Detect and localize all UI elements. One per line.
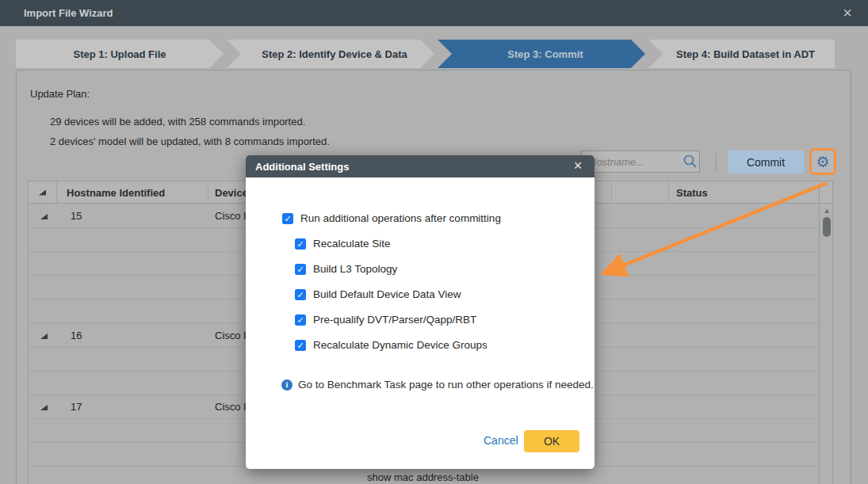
table-scrollbar[interactable]: ▲ [820,204,833,484]
recalculate-site-checkbox[interactable]: ✓ [295,238,306,250]
row-hostname: 17 [71,401,82,413]
recalculate-dynamic-device-groups-checkbox[interactable]: ✓ [295,340,306,351]
header-device-label: Device [215,187,248,199]
update-plan-line-updated: 2 devices' model will be updated, with 8… [50,135,330,147]
window-titlebar: Import File Wizard × [0,0,868,26]
build-default-device-data-view-label: Build Default Device Data View [313,288,461,300]
benchmark-info-text: Go to Benchmark Task page to run other o… [298,379,594,391]
dialog-title: Additional Settings [255,161,349,173]
run-additional-operations-label: Run additional operations after committi… [300,212,501,224]
step-4-label: Step 4: Build Dataset in ADT [676,48,815,60]
window-close-icon[interactable]: × [838,4,857,23]
scrollbar-thumb[interactable] [823,217,831,237]
step-2-identify-device-data[interactable]: Step 2: Identify Device & Data [227,40,434,68]
step-1-upload-file[interactable]: Step 1: Upload File [16,40,224,68]
cancel-button[interactable]: Cancel [484,434,518,447]
run-additional-operations-checkbox[interactable]: ✓ [282,213,293,224]
pre-qualify-label: Pre-qualify DVT/Parser/Qapp/RBT [313,314,476,326]
checkbox-row-pre-qualify: ✓ Pre-qualify DVT/Parser/Qapp/RBT [295,314,476,326]
build-default-device-data-view-checkbox[interactable]: ✓ [295,289,306,300]
step-3-label: Step 3: Commit [507,48,583,60]
row-hostname: 16 [71,330,82,341]
step-3-commit[interactable]: Step 3: Commit [438,40,645,68]
collapse-triangle-icon [39,190,46,196]
header-collapse-all[interactable] [29,181,57,204]
hostname-search-box [581,151,700,173]
header-status[interactable]: Status [669,181,819,204]
update-plan-title: Update Plan: [30,88,90,100]
settings-gear-highlight: ⚙ [809,148,836,175]
step-4-build-dataset[interactable]: Step 4: Build Dataset in ADT [648,40,835,68]
row-hostname: 15 [71,210,82,222]
hostname-search-input[interactable] [582,156,682,168]
expand-triangle-icon[interactable] [40,405,48,410]
checkbox-row-build-default-device-data-view: ✓ Build Default Device Data View [295,288,461,300]
update-plan-line-added: 29 devices will be added, with 258 comma… [50,116,305,128]
dialog-header: Additional Settings × [246,155,595,177]
search-icon[interactable] [682,153,699,170]
build-l3-topology-checkbox[interactable]: ✓ [295,264,306,275]
import-file-wizard-window: Import File Wizard × Step 1: Upload File… [0,0,868,484]
checkbox-row-build-l3-topology: ✓ Build L3 Topology [295,263,397,275]
checkbox-row-recalculate-site: ✓ Recalculate Site [295,238,391,250]
commit-button[interactable]: Commit [728,151,804,173]
checkbox-row-run-additional-operations: ✓ Run additional operations after commit… [282,212,501,224]
toolbar-divider [716,152,717,172]
step-1-label: Step 1: Upload File [73,48,166,60]
scroll-up-icon[interactable]: ▲ [820,207,833,215]
header-status-label: Status [676,187,708,199]
table-row[interactable]: show mac address-table [29,467,821,484]
ok-button[interactable]: OK [524,430,579,452]
step-2-label: Step 2: Identify Device & Data [262,48,407,60]
checkbox-row-recalculate-dynamic-device-groups: ✓ Recalculate Dynamic Device Groups [295,339,488,351]
window-title: Import File Wizard [24,7,113,19]
info-icon: i [281,379,293,391]
recalculate-dynamic-device-groups-label: Recalculate Dynamic Device Groups [313,339,488,351]
pre-qualify-checkbox[interactable]: ✓ [295,314,306,326]
benchmark-info-row: i Go to Benchmark Task page to run other… [281,379,594,391]
header-hidden-column[interactable] [612,181,669,204]
expand-triangle-icon[interactable] [40,333,48,339]
dialog-close-icon[interactable]: × [569,158,587,175]
expand-triangle-icon[interactable] [40,214,48,219]
build-l3-topology-label: Build L3 Topology [313,263,397,275]
additional-settings-dialog: Additional Settings × ✓ Run additional o… [246,155,595,469]
recalculate-site-label: Recalculate Site [313,238,391,250]
header-hostname-label: Hostname Identified [67,187,165,199]
row-command: show mac address-table [234,471,612,483]
header-hostname-identified[interactable]: Hostname Identified [57,181,208,204]
gear-icon[interactable]: ⚙ [816,154,829,170]
